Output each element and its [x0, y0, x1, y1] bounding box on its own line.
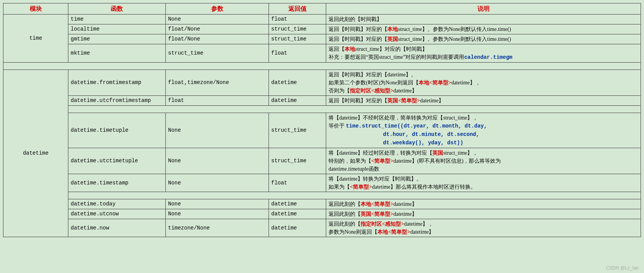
func-cell: gmtime: [68, 34, 166, 44]
desc-cell: 将【datetime】不经时区处理，简单转换为对应【struct_time】， …: [326, 113, 641, 148]
desc-cell: 返回此刻的【英国<简单型>datetime】: [326, 209, 641, 219]
param-cell: None: [166, 199, 269, 209]
param-cell: None: [166, 174, 269, 192]
desc-cell: 返回【时间戳】对应的【datetime】。 如果第二个参数(时区)为None则返…: [326, 70, 641, 96]
table-row: datetime.utctimetuple None struct_time 将…: [3, 148, 641, 174]
func-cell: mktime: [68, 44, 166, 63]
param-cell: float,timezone/None: [166, 70, 269, 96]
func-cell: datetime.utcnow: [68, 209, 166, 219]
table-row: time time None float 返回此刻的【时间戳】: [3, 15, 641, 24]
desc-cell: 返回【本地struct_time】对应的【时间戳】 补充：要想返回“英国stru…: [326, 44, 641, 63]
param-cell: None: [166, 15, 269, 24]
gap-row: [3, 106, 641, 113]
func-cell: time: [68, 15, 166, 24]
ret-cell: struct_time: [269, 34, 326, 44]
header-params: 参数: [166, 3, 269, 15]
header-row: 模块 函数 参数 返回值 说明: [3, 3, 641, 15]
desc-cell: 返回此刻的【本地<简单型>datetime】: [326, 199, 641, 209]
param-cell: struct_time: [166, 44, 269, 63]
func-cell: datetime.timestamp: [68, 174, 166, 192]
table-row: datetime.timestamp None float 将【datetime…: [3, 174, 641, 192]
header-desc: 说明: [326, 3, 641, 15]
ret-cell: struct_time: [269, 24, 326, 34]
func-cell: datetime.now: [68, 219, 166, 237]
desc-cell: 返回【时间戳】对应的【本地struct_time】。参数为None则默认传入ti…: [326, 24, 641, 34]
func-cell: datetime.today: [68, 199, 166, 209]
ret-cell: float: [269, 174, 326, 192]
desc-cell: 返回【时间戳】对应的【英国struct_time】。参数为None则默认传入ti…: [326, 34, 641, 44]
table-row: datetime.now timezone/None datetime 返回此刻…: [3, 219, 641, 237]
table-row: datetime.utcfromtimestamp float datetime…: [3, 96, 641, 106]
func-cell: localtime: [68, 24, 166, 34]
param-cell: float/None: [166, 34, 269, 44]
func-cell: datetime.utctimetuple: [68, 148, 166, 174]
param-cell: None: [166, 113, 269, 148]
desc-cell: 返回此刻的【时间戳】: [326, 15, 641, 24]
ret-cell: datetime: [269, 209, 326, 219]
header-function: 函数: [68, 3, 166, 15]
api-reference-table: 模块 函数 参数 返回值 说明 time time None float 返回此…: [3, 3, 641, 237]
func-cell: datetime.timetuple: [68, 113, 166, 148]
table-row: datetime.today None datetime 返回此刻的【本地<简单…: [3, 199, 641, 209]
func-cell: datetime.fromtimestamp: [68, 70, 166, 96]
gap-row: [3, 63, 641, 70]
table-row: datetime.utcnow None datetime 返回此刻的【英国<简…: [3, 209, 641, 219]
param-cell: None: [166, 209, 269, 219]
ret-cell: struct_time: [269, 113, 326, 148]
desc-cell: 将【datetime】转换为对应【时间戳】。 如果为【<简单型>datetime…: [326, 174, 641, 192]
param-cell: float/None: [166, 24, 269, 34]
ret-cell: datetime: [269, 96, 326, 106]
module-time: time: [3, 15, 68, 63]
param-cell: timezone/None: [166, 219, 269, 237]
param-cell: None: [166, 148, 269, 174]
ret-cell: datetime: [269, 199, 326, 209]
table-row: gmtime float/None struct_time 返回【时间戳】对应的…: [3, 34, 641, 44]
header-return: 返回值: [269, 3, 326, 15]
gap-row: [3, 192, 641, 199]
table-row: datetime datetime.fromtimestamp float,ti…: [3, 70, 641, 96]
header-module: 模块: [3, 3, 68, 15]
ret-cell: float: [269, 15, 326, 24]
table-row: mktime struct_time float 返回【本地struct_tim…: [3, 44, 641, 63]
param-cell: float: [166, 96, 269, 106]
ret-cell: struct_time: [269, 148, 326, 174]
ret-cell: float: [269, 44, 326, 63]
func-cell: datetime.utcfromtimestamp: [68, 96, 166, 106]
ret-cell: datetime: [269, 70, 326, 96]
table-row: localtime float/None struct_time 返回【时间戳】…: [3, 24, 641, 34]
desc-cell: 返回此刻的【指定时区<感知型>datetime】， 参数为None则返回【本地<…: [326, 219, 641, 237]
desc-cell: 将【datetime】经过时区处理，转换为对应【英国struct_time】， …: [326, 148, 641, 174]
module-datetime: datetime: [3, 70, 68, 237]
desc-cell: 返回【时间戳】对应的【英国<简单型>datetime】: [326, 96, 641, 106]
table-row: datetime.timetuple None struct_time 将【da…: [3, 113, 641, 148]
ret-cell: datetime: [269, 219, 326, 237]
